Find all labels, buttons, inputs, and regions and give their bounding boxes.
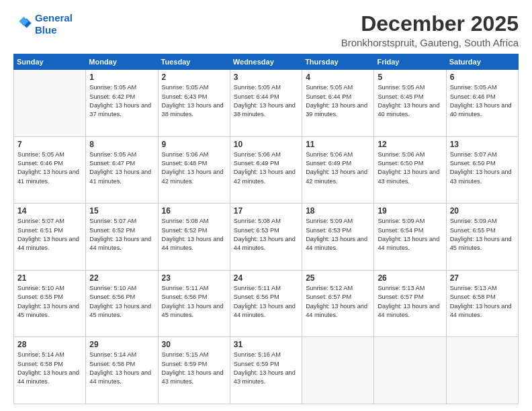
day-number: 11 xyxy=(306,140,370,149)
logo-text: General Blue xyxy=(35,12,73,36)
calendar-cell: 26Sunrise: 5:13 AM Sunset: 6:57 PM Dayli… xyxy=(374,270,446,337)
calendar-cell: 14Sunrise: 5:07 AM Sunset: 6:51 PM Dayli… xyxy=(14,203,86,271)
calendar-week-2: 7Sunrise: 5:05 AM Sunset: 6:46 PM Daylig… xyxy=(14,136,519,203)
logo-line2: Blue xyxy=(35,24,57,36)
calendar-cell: 1Sunrise: 5:05 AM Sunset: 6:42 PM Daylig… xyxy=(86,70,158,137)
header: General Blue December 2025 Bronkhorstspr… xyxy=(13,12,519,48)
day-info: Sunrise: 5:07 AM Sunset: 6:50 PM Dayligh… xyxy=(450,150,515,186)
col-thursday: Thursday xyxy=(302,54,374,70)
day-info: Sunrise: 5:07 AM Sunset: 6:51 PM Dayligh… xyxy=(17,217,82,253)
day-number: 9 xyxy=(162,140,226,149)
day-number: 18 xyxy=(306,206,370,216)
calendar-cell xyxy=(446,337,518,404)
day-number: 31 xyxy=(234,340,298,349)
col-wednesday: Wednesday xyxy=(230,54,302,70)
title-block: December 2025 Bronkhorstspruit, Gauteng,… xyxy=(341,12,519,48)
col-sunday: Sunday xyxy=(14,54,86,70)
day-info: Sunrise: 5:08 AM Sunset: 6:52 PM Dayligh… xyxy=(162,217,226,253)
calendar-cell xyxy=(374,337,446,404)
calendar-cell: 22Sunrise: 5:10 AM Sunset: 6:56 PM Dayli… xyxy=(86,270,158,337)
calendar-cell: 4Sunrise: 5:05 AM Sunset: 6:44 PM Daylig… xyxy=(302,70,374,137)
calendar-cell xyxy=(302,337,374,404)
day-info: Sunrise: 5:10 AM Sunset: 6:56 PM Dayligh… xyxy=(89,284,154,320)
calendar-cell: 19Sunrise: 5:09 AM Sunset: 6:54 PM Dayli… xyxy=(374,203,446,271)
day-number: 12 xyxy=(378,140,442,149)
day-info: Sunrise: 5:15 AM Sunset: 6:59 PM Dayligh… xyxy=(162,351,226,386)
calendar-cell: 28Sunrise: 5:14 AM Sunset: 6:58 PM Dayli… xyxy=(14,337,86,404)
day-number: 28 xyxy=(17,340,82,349)
day-number: 22 xyxy=(89,273,154,283)
calendar-cell: 30Sunrise: 5:15 AM Sunset: 6:59 PM Dayli… xyxy=(158,337,230,404)
day-number: 17 xyxy=(234,206,298,216)
day-info: Sunrise: 5:12 AM Sunset: 6:57 PM Dayligh… xyxy=(306,284,370,320)
calendar-cell: 7Sunrise: 5:05 AM Sunset: 6:46 PM Daylig… xyxy=(14,136,86,203)
logo-line1: General xyxy=(35,12,73,24)
day-info: Sunrise: 5:09 AM Sunset: 6:55 PM Dayligh… xyxy=(450,217,515,253)
day-number: 8 xyxy=(89,140,154,149)
day-number: 24 xyxy=(234,273,298,283)
calendar-week-3: 14Sunrise: 5:07 AM Sunset: 6:51 PM Dayli… xyxy=(14,203,519,271)
day-info: Sunrise: 5:13 AM Sunset: 6:57 PM Dayligh… xyxy=(378,284,442,320)
day-number: 20 xyxy=(450,206,515,216)
calendar-cell: 2Sunrise: 5:05 AM Sunset: 6:43 PM Daylig… xyxy=(158,70,230,137)
day-info: Sunrise: 5:11 AM Sunset: 6:56 PM Dayligh… xyxy=(162,284,226,320)
day-info: Sunrise: 5:05 AM Sunset: 6:46 PM Dayligh… xyxy=(450,83,515,119)
day-info: Sunrise: 5:05 AM Sunset: 6:47 PM Dayligh… xyxy=(89,150,154,186)
day-info: Sunrise: 5:14 AM Sunset: 6:58 PM Dayligh… xyxy=(17,351,82,386)
day-number: 19 xyxy=(378,206,442,216)
day-number: 6 xyxy=(450,73,515,82)
calendar-cell: 6Sunrise: 5:05 AM Sunset: 6:46 PM Daylig… xyxy=(446,70,518,137)
calendar-cell: 13Sunrise: 5:07 AM Sunset: 6:50 PM Dayli… xyxy=(446,136,518,203)
day-info: Sunrise: 5:13 AM Sunset: 6:58 PM Dayligh… xyxy=(450,284,515,320)
calendar-cell: 31Sunrise: 5:16 AM Sunset: 6:59 PM Dayli… xyxy=(230,337,302,404)
calendar-cell: 9Sunrise: 5:06 AM Sunset: 6:48 PM Daylig… xyxy=(158,136,230,203)
calendar-cell: 18Sunrise: 5:09 AM Sunset: 6:53 PM Dayli… xyxy=(302,203,374,271)
day-info: Sunrise: 5:16 AM Sunset: 6:59 PM Dayligh… xyxy=(234,351,298,386)
day-number: 30 xyxy=(162,340,226,349)
calendar-cell: 12Sunrise: 5:06 AM Sunset: 6:50 PM Dayli… xyxy=(374,136,446,203)
col-saturday: Saturday xyxy=(446,54,518,70)
subtitle: Bronkhorstspruit, Gauteng, South Africa xyxy=(341,37,519,48)
day-number: 29 xyxy=(89,340,154,349)
calendar-cell: 21Sunrise: 5:10 AM Sunset: 6:55 PM Dayli… xyxy=(14,270,86,337)
col-friday: Friday xyxy=(374,54,446,70)
main-title: December 2025 xyxy=(341,12,519,36)
day-number: 5 xyxy=(378,73,442,82)
calendar-cell: 15Sunrise: 5:07 AM Sunset: 6:52 PM Dayli… xyxy=(86,203,158,271)
day-info: Sunrise: 5:07 AM Sunset: 6:52 PM Dayligh… xyxy=(89,217,154,253)
calendar-cell: 8Sunrise: 5:05 AM Sunset: 6:47 PM Daylig… xyxy=(86,136,158,203)
calendar-cell: 16Sunrise: 5:08 AM Sunset: 6:52 PM Dayli… xyxy=(158,203,230,271)
day-info: Sunrise: 5:09 AM Sunset: 6:53 PM Dayligh… xyxy=(306,217,370,253)
calendar-cell: 24Sunrise: 5:11 AM Sunset: 6:56 PM Dayli… xyxy=(230,270,302,337)
day-number: 15 xyxy=(89,206,154,216)
col-tuesday: Tuesday xyxy=(158,54,230,70)
day-number: 14 xyxy=(17,206,82,216)
calendar-cell: 29Sunrise: 5:14 AM Sunset: 6:58 PM Dayli… xyxy=(86,337,158,404)
day-number: 23 xyxy=(162,273,226,283)
calendar-cell: 17Sunrise: 5:08 AM Sunset: 6:53 PM Dayli… xyxy=(230,203,302,271)
day-info: Sunrise: 5:05 AM Sunset: 6:45 PM Dayligh… xyxy=(378,83,442,119)
logo-icon xyxy=(13,15,32,34)
day-number: 21 xyxy=(17,273,82,283)
day-number: 26 xyxy=(378,273,442,283)
calendar-cell: 25Sunrise: 5:12 AM Sunset: 6:57 PM Dayli… xyxy=(302,270,374,337)
calendar-cell: 11Sunrise: 5:06 AM Sunset: 6:49 PM Dayli… xyxy=(302,136,374,203)
calendar-table: Sunday Monday Tuesday Wednesday Thursday… xyxy=(13,54,519,404)
day-number: 7 xyxy=(17,140,82,149)
calendar-cell: 3Sunrise: 5:05 AM Sunset: 6:44 PM Daylig… xyxy=(230,70,302,137)
calendar-week-5: 28Sunrise: 5:14 AM Sunset: 6:58 PM Dayli… xyxy=(14,337,519,404)
calendar-cell: 10Sunrise: 5:06 AM Sunset: 6:49 PM Dayli… xyxy=(230,136,302,203)
day-number: 10 xyxy=(234,140,298,149)
day-info: Sunrise: 5:05 AM Sunset: 6:44 PM Dayligh… xyxy=(306,83,370,119)
day-number: 25 xyxy=(306,273,370,283)
col-monday: Monday xyxy=(86,54,158,70)
calendar-week-1: 1Sunrise: 5:05 AM Sunset: 6:42 PM Daylig… xyxy=(14,70,519,137)
calendar-cell: 27Sunrise: 5:13 AM Sunset: 6:58 PM Dayli… xyxy=(446,270,518,337)
day-info: Sunrise: 5:06 AM Sunset: 6:48 PM Dayligh… xyxy=(162,150,226,186)
calendar-cell: 5Sunrise: 5:05 AM Sunset: 6:45 PM Daylig… xyxy=(374,70,446,137)
day-info: Sunrise: 5:05 AM Sunset: 6:46 PM Dayligh… xyxy=(17,150,82,186)
calendar-cell xyxy=(14,70,86,137)
day-info: Sunrise: 5:10 AM Sunset: 6:55 PM Dayligh… xyxy=(17,284,82,320)
day-number: 2 xyxy=(162,73,226,82)
calendar-cell: 23Sunrise: 5:11 AM Sunset: 6:56 PM Dayli… xyxy=(158,270,230,337)
